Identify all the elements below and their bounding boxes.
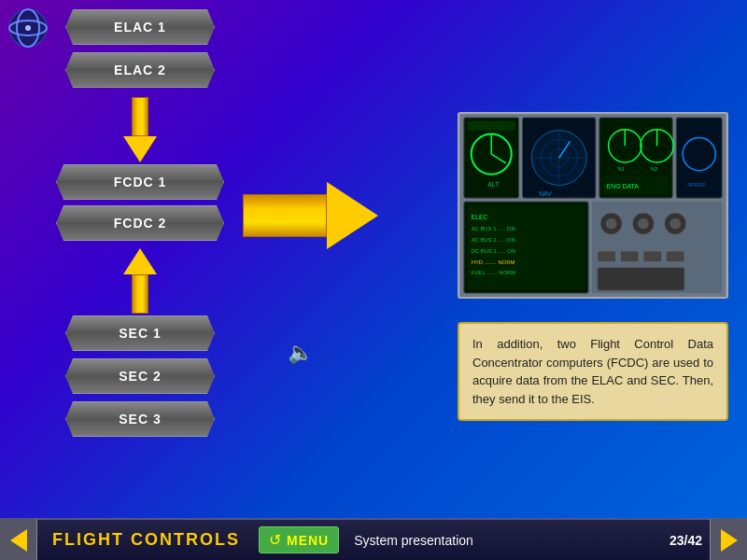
- svg-rect-10: [468, 121, 515, 131]
- svg-text:AC BUS 1 ..... ON: AC BUS 1 ..... ON: [472, 226, 515, 231]
- logo: [7, 7, 49, 49]
- menu-button[interactable]: ↺ MENU: [259, 526, 339, 553]
- menu-label: MENU: [287, 533, 329, 548]
- elac1-label: ELAC 1: [114, 20, 166, 35]
- page-counter: 23/42: [662, 533, 710, 548]
- svg-rect-49: [666, 251, 684, 262]
- svg-text:HYD ........ NORM: HYD ........ NORM: [472, 259, 515, 265]
- arrow-up-sec-fcdc: [123, 248, 157, 314]
- section-label: System presentation: [339, 533, 662, 548]
- block-column: ELAC 1 ELAC 2 FCDC 1 FCDC 2 SEC 1: [56, 9, 224, 444]
- elac2-block: ELAC 2: [65, 52, 215, 88]
- svg-text:AC BUS 2 ..... ON: AC BUS 2 ..... ON: [472, 237, 515, 243]
- svg-point-41: [606, 218, 617, 230]
- svg-point-45: [669, 218, 681, 230]
- svg-text:DC BUS 1 ..... ON: DC BUS 1 ..... ON: [472, 248, 515, 254]
- refresh-icon: ↺: [269, 531, 281, 549]
- cockpit-display: ALT NAV N1 N2 ENG DATA: [459, 114, 726, 297]
- svg-rect-50: [598, 268, 684, 291]
- svg-point-43: [638, 218, 649, 230]
- sec3-label: SEC 3: [119, 412, 161, 427]
- arrow-shaft-up: [132, 274, 148, 314]
- elac1-block: ELAC 1: [65, 9, 215, 45]
- fcdc1-block: FCDC 1: [56, 164, 224, 200]
- arrow-h-head: [327, 182, 378, 249]
- arrow-head: [123, 136, 157, 162]
- svg-text:FUEL ....... NORM: FUEL ....... NORM: [472, 270, 516, 275]
- svg-text:NAV: NAV: [539, 190, 552, 197]
- main-content: ELAC 1 ELAC 2 FCDC 1 FCDC 2 SEC 1: [0, 0, 747, 518]
- svg-text:ALT: ALT: [487, 181, 500, 188]
- arrow-right-fcdc-eis: [243, 182, 378, 249]
- sound-icon[interactable]: 🔈: [288, 341, 313, 365]
- svg-text:N1: N1: [617, 166, 625, 172]
- bottom-title: FLIGHT CONTROLS: [37, 530, 255, 550]
- arrow-head-up: [123, 248, 157, 274]
- arrow-down-elac-fcdc: [123, 97, 157, 162]
- sec1-label: SEC 1: [119, 326, 161, 341]
- sec3-block: SEC 3: [65, 401, 215, 437]
- svg-text:SPEED: SPEED: [687, 182, 706, 188]
- sec2-label: SEC 2: [119, 369, 161, 384]
- svg-rect-48: [643, 251, 662, 262]
- next-button[interactable]: [710, 519, 747, 560]
- sec1-block: SEC 1: [65, 315, 215, 351]
- svg-rect-47: [620, 251, 639, 262]
- fcdc1-label: FCDC 1: [114, 175, 167, 189]
- svg-text:N2: N2: [651, 166, 658, 172]
- fcdc2-label: FCDC 2: [114, 216, 167, 231]
- arrow-shaft: [132, 97, 148, 136]
- eis-panel: ALT NAV N1 N2 ENG DATA: [458, 112, 728, 299]
- info-text: In addition, two Flight Control Data Con…: [472, 337, 713, 406]
- elac2-label: ELAC 2: [114, 63, 166, 77]
- svg-text:ELEC: ELEC: [472, 214, 488, 220]
- svg-text:ENG DATA: ENG DATA: [607, 183, 639, 189]
- bottom-bar: FLIGHT CONTROLS ↺ MENU System presentati…: [0, 518, 747, 560]
- sec2-block: SEC 2: [65, 358, 215, 394]
- arrow-h-shaft: [243, 194, 327, 237]
- fcdc2-block: FCDC 2: [56, 205, 224, 241]
- svg-rect-46: [598, 251, 616, 262]
- info-box: In addition, two Flight Control Data Con…: [458, 322, 728, 421]
- prev-button[interactable]: [0, 519, 37, 560]
- svg-point-3: [25, 25, 31, 31]
